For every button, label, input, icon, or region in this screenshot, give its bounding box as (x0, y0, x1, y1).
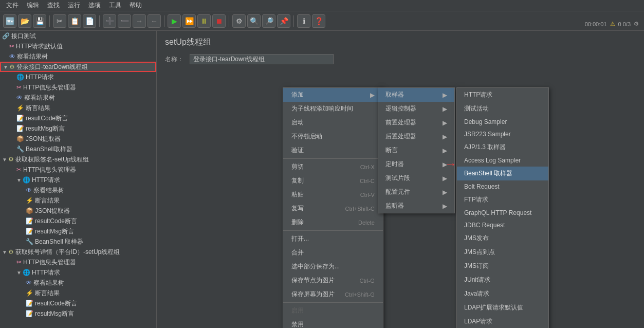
account-expand-arrow[interactable]: ▼ (2, 249, 7, 255)
acc-http-arrow[interactable]: ▼ (16, 270, 22, 276)
name-input[interactable] (190, 54, 334, 64)
sampler-ldap[interactable]: LDAP请求 (457, 315, 548, 328)
toolbar-copy[interactable]: 📋 (68, 14, 81, 28)
teardown-expand-arrow[interactable]: ▼ (3, 64, 8, 70)
sampler-jms-p2p[interactable]: JMS点到点 (457, 245, 548, 259)
sampler-jsr223[interactable]: JSR223 Sampler (457, 128, 548, 140)
sampler-debug[interactable]: Debug Sampler (457, 116, 548, 128)
sampler-beanshell[interactable]: BeanShell 取样器 (457, 167, 548, 180)
setup-expand-arrow[interactable]: ▼ (2, 157, 7, 162)
menu-cut[interactable]: 剪切 Ctrl-X (283, 160, 383, 174)
tree-acc-http[interactable]: ▼ 🌐 HTTP请求 (0, 267, 156, 278)
tree-results-tree-1[interactable]: 👁 察看结果树 (0, 51, 156, 62)
tree-acc-result-code[interactable]: 📝 resultCode断言 (0, 298, 156, 308)
tree-td-beanshell[interactable]: 🔧 BeanShell取样器 (0, 144, 156, 154)
tree-acc-result-msg[interactable]: 📝 resultMsg断言 (0, 308, 156, 319)
submenu-config[interactable]: 配置元件 ▶ (378, 185, 454, 199)
tree-http-default[interactable]: ✂ HTTP请求默认值 (0, 41, 156, 51)
sampler-jms-sub[interactable]: JMS订阅 (457, 259, 548, 273)
menu-copy[interactable]: 复制 Ctrl-C (283, 174, 383, 188)
sampler-jdbc[interactable]: JDBC Request (457, 219, 548, 231)
submenu-timer[interactable]: 定时器 ▶ (378, 157, 454, 171)
menu-help[interactable]: 帮助 (125, 0, 146, 11)
toolbar-search[interactable]: 🔍 (247, 14, 261, 28)
menu-duplicate[interactable]: 复写 Ctrl+Shift-C (283, 202, 383, 215)
menu-save-partial[interactable]: 选中部分保存为... (283, 260, 383, 274)
su-http-arrow[interactable]: ▼ (16, 177, 22, 183)
sampler-http[interactable]: HTTP请求 (457, 88, 548, 102)
sampler-graphql[interactable]: GraphQL HTTP Request (457, 207, 548, 219)
tree-su-result-code[interactable]: 📝 resultCode断言 (0, 216, 156, 226)
sampler-junit[interactable]: JUnit请求 (457, 273, 548, 287)
menu-options[interactable]: 选项 (84, 0, 105, 11)
tree-td-json-extractor[interactable]: 📦 JSON提取器 (0, 134, 156, 144)
tree-su-assert[interactable]: ⚡ 断言结果 (0, 195, 156, 206)
toolbar-start[interactable]: ▶ (168, 14, 181, 28)
menu-tools[interactable]: 工具 (105, 0, 125, 11)
toolbar-pause[interactable]: ⏸ (197, 14, 211, 28)
sampler-jms-pub[interactable]: JMS发布 (457, 231, 548, 245)
menu-merge[interactable]: 合并 (283, 246, 383, 260)
sampler-test-action[interactable]: 测试活动 (457, 102, 548, 116)
submenu-fragment[interactable]: 测试片段 ▶ (378, 171, 454, 185)
tree-td-header-mgr[interactable]: ✂ HTTP信息头管理器 (0, 82, 156, 93)
tree-td-results[interactable]: 👁 察看结果树 (0, 93, 156, 103)
sampler-ldap-ext[interactable]: LDAP扩展请求默认值 (457, 301, 548, 315)
tree-su-json[interactable]: 📦 JSON提取器 (0, 206, 156, 216)
tree-su-beanshell[interactable]: 🔧 BeanShell 取样器 (0, 236, 156, 247)
toolbar-start-no-pause[interactable]: ⏩ (182, 14, 196, 28)
toolbar-back[interactable]: ← (148, 14, 161, 28)
toolbar-info[interactable]: ℹ (297, 14, 310, 28)
tree-root[interactable]: 🔗 接口测试 (0, 31, 156, 41)
toolbar-remove[interactable]: ➖ (118, 14, 131, 28)
menu-start[interactable]: 启动 (283, 116, 383, 130)
tree-su-result-msg[interactable]: 📝 resultMsg断言 (0, 226, 156, 236)
toolbar-open[interactable]: 📂 (18, 14, 31, 28)
tree-su-http-req[interactable]: ▼ 🌐 HTTP请求 (0, 175, 156, 185)
submenu-assertion[interactable]: 断言 ▶ (378, 143, 454, 157)
tree-td-assert[interactable]: ⚡ 断言结果 (0, 103, 156, 113)
sampler-ajp[interactable]: AJP/1.3 取样器 (457, 140, 548, 154)
toolbar-settings[interactable]: ⚙ (232, 14, 246, 28)
toolbar-zoom[interactable]: 🔎 (262, 14, 275, 28)
toolbar-new[interactable]: 🆕 (3, 14, 16, 28)
tree-acc-header[interactable]: ✂ HTTP信息头管理器 (0, 257, 156, 267)
toolbar-pin[interactable]: 📌 (277, 14, 290, 28)
tree-setup-group[interactable]: ▼ ⚙ 获取权限签名-setUp线程组 (0, 154, 156, 165)
submenu-pre[interactable]: 前置处理器 ▶ (378, 116, 454, 130)
tree-acc-assert[interactable]: ⚡ 断言结果 (0, 288, 156, 298)
submenu-sampler[interactable]: 取样器 ▶ (378, 88, 454, 102)
tree-account-group[interactable]: ▼ ⚙ 获取账号详情（平台ID）-setUp线程组 (0, 247, 156, 257)
menu-disable[interactable]: 禁用 (283, 318, 383, 328)
tree-su-results[interactable]: 👁 察看结果树 (0, 185, 156, 195)
menu-run[interactable]: 运行 (64, 0, 84, 11)
menu-find[interactable]: 查找 (43, 0, 64, 11)
sampler-access-log[interactable]: Access Log Sampler (457, 154, 548, 167)
toolbar-paste[interactable]: 📄 (83, 14, 96, 28)
status-settings-icon[interactable]: ⚙ (634, 21, 639, 27)
toolbar-save[interactable]: 💾 (33, 14, 46, 28)
submenu-post[interactable]: 后置处理器 ▶ (378, 130, 454, 143)
sampler-java[interactable]: Java请求 (457, 287, 548, 301)
menu-save-screen-img[interactable]: 保存屏幕为图片 Ctrl+Shift-G (283, 287, 383, 301)
menu-validate[interactable]: 验证 (283, 143, 383, 157)
menu-edit[interactable]: 编辑 (23, 0, 43, 11)
sampler-bolt[interactable]: Bolt Request (457, 180, 548, 193)
tree-teardown-group[interactable]: ▼ ⚙ 登录接口-tearDown线程组 (0, 62, 156, 72)
menu-save-node-img[interactable]: 保存节点为图片 Ctrl-G (283, 274, 383, 287)
menu-paste[interactable]: 粘贴 Ctrl-V (283, 188, 383, 202)
tree-su-header-mgr[interactable]: ✂ HTTP信息头管理器 (0, 165, 156, 175)
submenu-listener[interactable]: 监听器 ▶ (378, 199, 454, 213)
menu-file[interactable]: 文件 (2, 0, 23, 11)
menu-add[interactable]: 添加 ▶ (283, 88, 383, 102)
sampler-ftp[interactable]: FTP请求 (457, 193, 548, 207)
toolbar-add[interactable]: ➕ (103, 14, 116, 28)
menu-start-no-pause[interactable]: 不停顿启动 (283, 130, 383, 143)
menu-open[interactable]: 打开... (283, 232, 383, 246)
toolbar-cut[interactable]: ✂ (53, 14, 66, 28)
menu-delete[interactable]: 删除 Delete (283, 215, 383, 229)
tree-td-result-code[interactable]: 📝 resultCode断言 (0, 113, 156, 123)
toolbar-help[interactable]: ❓ (312, 14, 325, 28)
tree-td-result-msg[interactable]: 📝 resultMsg断言 (0, 123, 156, 134)
toolbar-forward[interactable]: → (133, 14, 146, 28)
